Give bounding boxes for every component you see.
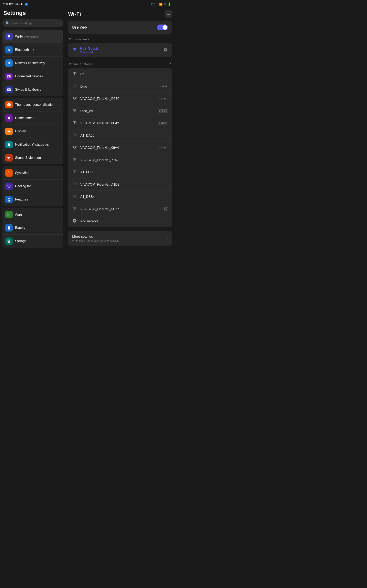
- choose-dot: •: [170, 62, 171, 66]
- current-network-settings-icon[interactable]: [160, 47, 168, 53]
- network-item-dido-wifi5[interactable]: Dido_Wi-Fi5 2.4G/5G: [68, 105, 172, 117]
- bluetooth-chevron-icon: ›: [59, 48, 60, 52]
- sidebar-group-1: Wi-Fi Ro's Guests › Bluetooth Off ›: [2, 30, 63, 96]
- sidebar-item-notification[interactable]: Notification & status bar ›: [2, 138, 63, 151]
- battery-nav-label: Battery: [15, 226, 58, 230]
- sidebar-item-connected[interactable]: Connected devices ›: [2, 70, 63, 83]
- network-badge-dido5: 2.4G/5G: [158, 109, 168, 112]
- cooling-nav-icon: [5, 182, 13, 190]
- wifi-nav-icon: [5, 33, 13, 40]
- network-nav-icon: [5, 60, 13, 67]
- status-time: 2:32 PM: [3, 3, 13, 6]
- google-icon: G: [21, 2, 24, 6]
- add-network-chevron-icon: ›: [167, 220, 168, 223]
- status-bar: 2:32 PM 144hz G AI 📳 ✈ 📶 30 🔋: [0, 0, 174, 7]
- display-nav-icon: [5, 128, 13, 135]
- network-item-vivacom06a4[interactable]: VIVACOM_FiberNet_06A4 2.4G/5G: [68, 142, 172, 154]
- sidebar-item-display[interactable]: Display ›: [2, 125, 63, 138]
- network-item-vivacom0e42[interactable]: VIVACOM_FiberNet_0E42 2.4G/5G: [68, 117, 172, 130]
- network-wifi-icon-vivacom7742: [72, 157, 77, 163]
- search-icon: 🔍: [6, 21, 10, 25]
- apps-chevron-icon: ›: [59, 213, 60, 216]
- network-badge-vivacom0e42: 2.4G/5G: [158, 122, 168, 125]
- sidebar-item-stylus[interactable]: Stylus & keyboard ›: [2, 83, 63, 96]
- network-badge-vivacom06a4: 2.4G/5G: [158, 146, 168, 149]
- sidebar-item-sound[interactable]: Sound & vibration ›: [2, 151, 63, 164]
- sound-chevron-icon: ›: [59, 156, 60, 159]
- current-network-card[interactable]: Ro's Guests Connected: [68, 43, 172, 57]
- sidebar-title: Settings: [2, 7, 63, 19]
- network-item-vivacoma1d2[interactable]: VIVACOM_FiberNet_A1D2: [68, 178, 172, 191]
- add-network-icon: [72, 218, 77, 224]
- battery-icon: 🔋: [167, 2, 171, 6]
- battery-nav-icon: [5, 224, 13, 232]
- network-item-a1da06[interactable]: A1_DA06: [68, 130, 172, 142]
- current-network-wifi-icon: [72, 47, 77, 53]
- network-item-ro[interactable]: Ro!: [68, 68, 172, 80]
- network-item-a1dbb4[interactable]: A1_DBB4: [68, 191, 172, 203]
- network-name-vivacoma1d2: VIVACOM_FiberNet_A1D2: [80, 183, 168, 186]
- apps-nav-label: Apps: [15, 213, 58, 217]
- display-chevron-icon: ›: [59, 130, 60, 133]
- storage-chevron-icon: ›: [59, 240, 60, 243]
- network-wifi-icon-dido5: [72, 108, 77, 114]
- network-chevron-icon: ›: [59, 61, 60, 65]
- wifi-toggle-card: Use Wi-Fi: [68, 21, 172, 34]
- sidebar-item-homescreen[interactable]: Home screen ›: [2, 112, 63, 125]
- add-network-label: Add network: [80, 219, 167, 223]
- network-item-vivacom1[interactable]: VIVACOM_FiberNet_D2E2 2.4G/5G: [68, 93, 172, 105]
- networks-list: Ro! Dido 2.4G/5G VIVACOM_FiberNet_D2E2 2…: [68, 68, 172, 227]
- homescreen-nav-icon: [5, 114, 13, 122]
- panel-header: Wi-Fi: [68, 7, 172, 21]
- battery-chevron-icon: ›: [59, 226, 60, 229]
- storage-nav-label: Storage: [15, 239, 58, 243]
- bluetooth-nav-icon: [5, 46, 13, 53]
- network-item-dido[interactable]: Dido 2.4G/5G: [68, 80, 172, 93]
- network-name-a1fd8b: A1_FD8B: [80, 171, 168, 174]
- notification-nav-label: Notification & status bar: [15, 143, 58, 147]
- sidebar-item-storage[interactable]: Storage ›: [2, 234, 63, 248]
- theme-chevron-icon: ›: [59, 103, 60, 106]
- airplane-icon: ✈: [156, 3, 158, 6]
- network-wifi-icon-vivacom06a4: [72, 145, 77, 150]
- network-item-a1fd8b[interactable]: A1_FD8B: [68, 166, 172, 178]
- add-network-item[interactable]: Add network ›: [68, 215, 172, 227]
- network-item-vivacom7742[interactable]: VIVACOM_FiberNet_7742: [68, 154, 172, 166]
- sidebar-item-wifi[interactable]: Wi-Fi Ro's Guests ›: [2, 30, 63, 43]
- use-wifi-label: Use Wi-Fi: [72, 25, 88, 30]
- svg-rect-0: [73, 51, 73, 51]
- sidebar-item-features[interactable]: Features ›: [2, 193, 63, 206]
- search-box-container[interactable]: 🔍: [2, 19, 63, 27]
- sidebar-item-theme[interactable]: Theme and personalization ›: [2, 98, 63, 112]
- syncmind-nav-icon: AI: [5, 169, 13, 177]
- features-nav-label: Features: [15, 198, 58, 202]
- current-network-status: Connected: [80, 51, 158, 54]
- syncmind-nav-label: SyncMind: [15, 171, 58, 175]
- network-wifi-icon-dido: [72, 84, 77, 89]
- status-right: 📳 ✈ 📶 30 🔋: [151, 2, 171, 6]
- sidebar-item-cooling[interactable]: Cooling fan ›: [2, 180, 63, 193]
- network-wifi-icon-a1da06: [72, 133, 77, 138]
- network-wifi-icon-vivacoma1d2: [72, 182, 77, 187]
- theme-nav-icon: [5, 101, 13, 108]
- connected-chevron-icon: ›: [59, 75, 60, 78]
- network-item-vivacom5ghz[interactable]: VIVACOM_FiberNet_5Ghz 5G: [68, 203, 172, 215]
- sidebar-item-syncmind[interactable]: AI SyncMind ›: [2, 166, 63, 180]
- sidebar-item-apps[interactable]: Apps ›: [2, 208, 63, 221]
- sidebar-item-bluetooth[interactable]: Bluetooth Off ›: [2, 43, 63, 57]
- battery-indicator: 30: [164, 3, 166, 6]
- search-input[interactable]: [11, 21, 60, 25]
- wifi-toggle[interactable]: [157, 25, 168, 30]
- stylus-nav-label: Stylus & keyboard: [15, 87, 58, 92]
- network-nav-label: Network connectivity: [15, 61, 58, 65]
- more-settings-info: More settings Wi-Fi doesn't turn back on…: [72, 234, 119, 242]
- sidebar-item-network[interactable]: Network connectivity ›: [2, 57, 63, 70]
- cooling-chevron-icon: ›: [59, 185, 60, 188]
- network-wifi-icon-vivacom0e42: [72, 121, 77, 126]
- toggle-knob: [163, 25, 167, 30]
- more-settings-card[interactable]: More settings Wi-Fi doesn't turn back on…: [68, 231, 172, 246]
- network-name-a1da06: A1_DA06: [80, 134, 168, 138]
- sidebar-item-battery[interactable]: Battery ›: [2, 221, 63, 234]
- panel-menu-button[interactable]: [165, 10, 172, 17]
- syncmind-chevron-icon: ›: [59, 171, 60, 174]
